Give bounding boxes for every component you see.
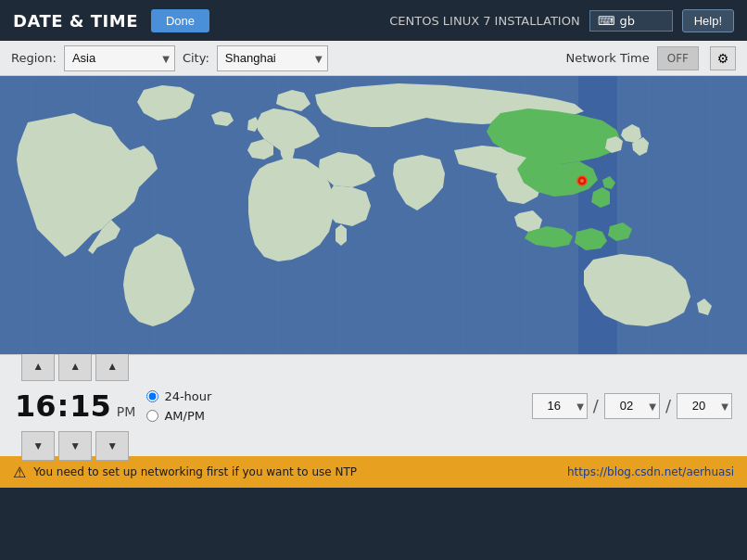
toolbar: Region: Asia ▼ City: Shanghai ▼ Network …: [0, 41, 747, 76]
day-select[interactable]: 02: [604, 393, 660, 419]
radio-24hour-label[interactable]: 24-hour: [164, 389, 211, 403]
period-up-button[interactable]: ▲: [95, 351, 129, 381]
year-select[interactable]: 20: [677, 393, 732, 419]
svg-point-26: [580, 179, 584, 183]
gear-icon: ⚙: [717, 51, 729, 66]
minutes-down-button[interactable]: ▼: [58, 431, 92, 461]
header-left: DATE & TIME Done: [13, 9, 209, 32]
radio-24hour-row: 24-hour: [146, 389, 211, 403]
date-sep-2: /: [665, 396, 671, 415]
page-title: DATE & TIME: [13, 11, 138, 31]
keyboard-value: gb: [619, 14, 635, 28]
time-controls: ▲ ▲ ▲ 16 : 15 PM ▼ ▼ ▼ 24-hour AM/PM: [0, 354, 747, 456]
network-toggle[interactable]: OFF: [657, 46, 699, 70]
date-sep-1: /: [593, 396, 599, 415]
time-input-column: ▲ ▲ ▲ 16 : 15 PM ▼ ▼ ▼: [15, 351, 135, 461]
world-map: [0, 76, 747, 354]
header-right: CENTOS LINUX 7 INSTALLATION ⌨ gb Help!: [389, 9, 734, 32]
settings-gear-button[interactable]: ⚙: [710, 46, 736, 70]
city-select[interactable]: Shanghai: [217, 45, 328, 71]
time-colon: :: [57, 388, 70, 424]
hours-up-button[interactable]: ▲: [21, 351, 55, 381]
header: DATE & TIME Done CENTOS LINUX 7 INSTALLA…: [0, 0, 747, 41]
help-button[interactable]: Help!: [682, 9, 734, 32]
up-arrows-row: ▲ ▲ ▲: [21, 351, 129, 381]
region-select-wrap: Asia ▼: [64, 45, 175, 71]
keyboard-icon: ⌨: [598, 14, 615, 28]
keyboard-input[interactable]: ⌨ gb: [589, 10, 673, 32]
period-down-button[interactable]: ▼: [95, 431, 129, 461]
region-label: Region:: [11, 51, 57, 65]
warning-icon: ⚠: [13, 464, 26, 481]
network-toggle-off-label[interactable]: OFF: [657, 46, 699, 70]
region-select[interactable]: Asia: [64, 45, 175, 71]
warning-text: You need to set up networking first if y…: [33, 465, 357, 478]
month-select[interactable]: 16: [532, 393, 588, 419]
minutes-up-button[interactable]: ▲: [58, 351, 92, 381]
warning-link[interactable]: https://blog.csdn.net/aerhuasi: [567, 465, 734, 478]
done-button[interactable]: Done: [151, 9, 209, 32]
date-controls: 16 ▼ / 02 ▼ / 20 ▼: [532, 393, 732, 419]
map-container[interactable]: [0, 76, 747, 354]
network-time-label: Network Time: [566, 51, 650, 65]
radio-24hour[interactable]: [146, 390, 158, 402]
time-hours: 16: [15, 388, 57, 424]
app-label: CENTOS LINUX 7 INSTALLATION: [389, 14, 579, 28]
year-select-container: 20 ▼: [677, 393, 732, 419]
hours-down-button[interactable]: ▼: [21, 431, 55, 461]
radio-ampm-label[interactable]: AM/PM: [164, 409, 205, 423]
warning-bar: ⚠ You need to set up networking first if…: [0, 456, 747, 488]
month-select-container: 16 ▼: [532, 393, 588, 419]
day-select-container: 02 ▼: [604, 393, 660, 419]
time-period: PM: [117, 404, 136, 419]
time-format-options: 24-hour AM/PM: [146, 389, 211, 423]
warning-message: ⚠ You need to set up networking first if…: [13, 464, 357, 481]
time-display-row: 16 : 15 PM: [15, 388, 135, 424]
city-select-wrap: Shanghai ▼: [217, 45, 328, 71]
down-arrows-row: ▼ ▼ ▼: [21, 431, 129, 461]
city-label: City:: [183, 51, 209, 65]
radio-ampm[interactable]: [146, 410, 158, 422]
time-minutes: 15: [70, 388, 111, 424]
radio-ampm-row: AM/PM: [146, 409, 211, 423]
